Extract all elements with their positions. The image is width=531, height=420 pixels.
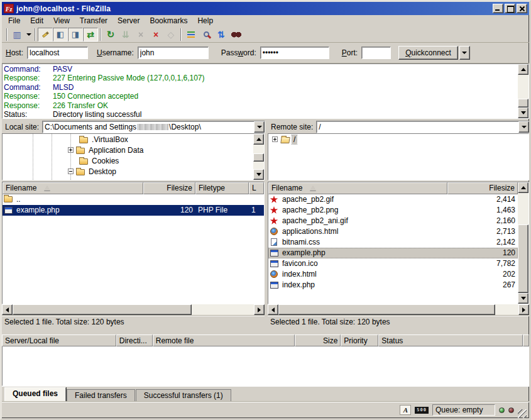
tab-failed-transfers[interactable]: Failed transfers: [67, 389, 135, 401]
scroll-down-button[interactable]: [518, 108, 528, 118]
remote-path-combo[interactable]: /: [316, 121, 530, 133]
toggle-message-log-button[interactable]: [38, 28, 53, 41]
column-header-direction[interactable]: Directi...: [116, 334, 153, 346]
local-hscrollbar[interactable]: [2, 304, 265, 315]
filter-icon: [187, 31, 195, 33]
local-path-combo[interactable]: C:\Documents and Settings\Desktop\: [42, 121, 265, 133]
column-header-remote-file[interactable]: Remote file: [153, 334, 295, 346]
site-manager-button[interactable]: ▥: [9, 28, 25, 41]
column-header-size[interactable]: Size: [295, 334, 341, 346]
username-input[interactable]: [138, 47, 209, 59]
menu-edit[interactable]: Edit: [25, 16, 48, 26]
toolbar-separator: [35, 28, 36, 41]
scroll-up-button[interactable]: [518, 64, 528, 75]
disconnect-button[interactable]: ×: [148, 28, 163, 41]
find-files-button[interactable]: [229, 28, 244, 41]
scroll-up-button[interactable]: [518, 182, 528, 193]
list-item[interactable]: apache_pb2.gif2,414: [268, 194, 518, 205]
list-item[interactable]: apache_pb2_ani.gif2,160: [268, 216, 518, 226]
toggle-transfer-queue-button[interactable]: ⇄: [83, 28, 98, 41]
close-button[interactable]: [517, 4, 527, 13]
column-header-status[interactable]: Status: [378, 334, 523, 346]
tab-queued-files[interactable]: Queued files: [4, 387, 66, 401]
column-header-priority[interactable]: Priority: [341, 334, 378, 346]
list-item[interactable]: index.html202: [268, 269, 518, 280]
quickconnect-button[interactable]: Quickconnect: [398, 46, 458, 60]
speed-limit-icon[interactable]: 500: [415, 407, 429, 414]
host-input[interactable]: [27, 47, 88, 59]
reconnect-button[interactable]: ◇: [163, 28, 178, 41]
directory-comparison-button[interactable]: [199, 28, 214, 41]
tree-item-application-data[interactable]: Application Data: [3, 145, 253, 155]
column-header-filesize[interactable]: Filesize: [447, 182, 518, 194]
quickconnect-dropdown[interactable]: [459, 46, 470, 60]
toggle-local-tree-button[interactable]: ◧: [53, 28, 68, 41]
tab-successful-transfers[interactable]: Successful transfers (1): [136, 389, 231, 401]
menu-help[interactable]: Help: [192, 16, 218, 26]
queue-header: Server/Local file Directi... Remote file…: [2, 334, 529, 346]
list-item[interactable]: bitnami.css2,142: [268, 237, 518, 248]
menu-server[interactable]: Server: [112, 16, 145, 26]
resize-grip[interactable]: [518, 409, 527, 418]
expand-icon[interactable]: [272, 136, 278, 142]
menu-view[interactable]: View: [48, 16, 75, 26]
synchronized-browsing-button[interactable]: ⇅: [214, 28, 229, 41]
remote-hscrollbar[interactable]: [268, 304, 529, 315]
toggle-remote-tree-button[interactable]: ◨: [68, 28, 83, 41]
column-header-lastmodified[interactable]: L: [249, 182, 264, 194]
scroll-right-button[interactable]: [254, 304, 265, 315]
scroll-right-button[interactable]: [518, 304, 529, 315]
column-header-filesize[interactable]: Filesize: [143, 182, 195, 194]
list-item-example-php[interactable]: example.php120: [268, 248, 518, 258]
scrollbar-thumb[interactable]: [278, 304, 495, 315]
tree-item-root[interactable]: /: [268, 134, 528, 145]
column-header-filename[interactable]: Filename: [268, 182, 447, 194]
site-manager-dropdown[interactable]: [25, 28, 33, 41]
menu-transfer[interactable]: Transfer: [75, 16, 112, 26]
scroll-down-button[interactable]: [253, 169, 264, 180]
log-line: Response:226 Transfer OK: [4, 101, 518, 110]
minimize-button[interactable]: [493, 4, 503, 13]
scrollbar-thumb[interactable]: [518, 99, 528, 108]
list-item[interactable]: index.php267: [268, 280, 518, 290]
scroll-left-button[interactable]: [268, 304, 278, 315]
scroll-down-button[interactable]: [518, 293, 528, 304]
scroll-up-button[interactable]: [253, 134, 264, 145]
cancel-operation-button[interactable]: ×: [133, 28, 148, 41]
queue-splitter[interactable]: [2, 328, 529, 334]
log-scrollbar[interactable]: [518, 64, 528, 118]
scroll-left-button[interactable]: [2, 304, 13, 315]
transfer-type-ascii-icon[interactable]: A: [400, 405, 411, 415]
column-header-server-local-file[interactable]: Server/Local file: [2, 334, 116, 346]
toolbar-separator: [6, 28, 8, 41]
expand-icon[interactable]: [68, 147, 74, 153]
tree-item-virtualbox[interactable]: .VirtualBox: [3, 134, 253, 145]
maximize-button[interactable]: [505, 4, 515, 13]
tree-item-desktop[interactable]: Desktop: [3, 166, 253, 177]
directory-filter-button[interactable]: [183, 28, 199, 41]
column-header-filetype[interactable]: Filetype: [195, 182, 249, 194]
scrollbar-thumb[interactable]: [518, 224, 528, 293]
local-tree-scrollbar[interactable]: [253, 134, 264, 180]
remote-path-dropdown[interactable]: [518, 121, 529, 133]
column-header-filename[interactable]: Filename: [3, 182, 143, 194]
menu-bookmarks[interactable]: Bookmarks: [145, 16, 192, 26]
refresh-button[interactable]: ↻: [103, 28, 118, 41]
port-input[interactable]: [361, 47, 391, 59]
list-item[interactable]: favicon.ico7,782: [268, 258, 518, 269]
queue-tabs: Queued files Failed transfers Successful…: [2, 386, 529, 401]
local-path-dropdown[interactable]: [254, 121, 265, 133]
tree-item-cookies[interactable]: Cookies: [3, 155, 253, 166]
menu-file[interactable]: File: [3, 16, 25, 26]
remote-list-scrollbar[interactable]: [518, 182, 528, 304]
process-queue-button[interactable]: ⇊: [118, 28, 133, 41]
collapse-icon[interactable]: [68, 169, 74, 174]
list-item[interactable]: applications.html2,713: [268, 226, 518, 237]
list-item-parent-dir[interactable]: ..: [3, 194, 264, 205]
password-input[interactable]: [260, 47, 329, 59]
scrollbar-thumb[interactable]: [13, 304, 192, 315]
password-label: Password:: [221, 48, 256, 57]
list-item-example-php[interactable]: example.php 120 PHP File 1: [3, 205, 264, 216]
list-item[interactable]: apache_pb2.png1,463: [268, 205, 518, 216]
scrollbar-thumb[interactable]: [253, 153, 264, 162]
